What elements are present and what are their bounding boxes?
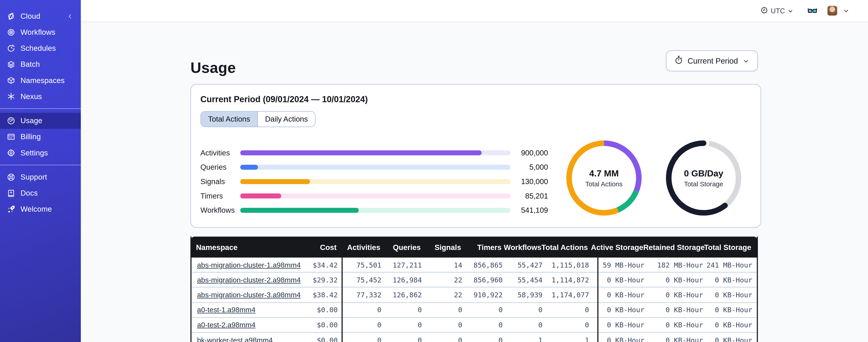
glasses-icon[interactable]	[808, 7, 817, 14]
cell-activities: 75,452	[338, 276, 381, 284]
table-row: a0-test-2.a98mm4$0.000000000 KB-Hour0 KB…	[192, 318, 757, 333]
sidebar-item-docs[interactable]: Docs	[0, 185, 81, 201]
cell-total_storage: 0 KB-Hour	[703, 291, 752, 299]
cell-total_actions: 1	[542, 336, 589, 342]
card-title: Current Period (09/01/2024 — 10/01/2024)	[200, 95, 368, 104]
namespace-link[interactable]: abs-migration-cluster-3.a98mm4	[197, 291, 301, 299]
cell-timers: 0	[462, 336, 503, 342]
total-storage-donut: 0 GB/Day Total Storage	[663, 138, 744, 218]
namespace-link[interactable]: a0-test-1.a98mm4	[197, 306, 255, 314]
cell-activities: 77,332	[338, 291, 381, 299]
docs-book-icon	[6, 189, 16, 198]
cell-total_actions: 1,174,077	[542, 291, 589, 299]
cell-workflows: 55,454	[503, 276, 542, 284]
billing-card-icon	[6, 132, 16, 141]
bar-label: Signals	[200, 177, 240, 186]
bar-row-activities: Activities 900,000	[200, 145, 548, 160]
usage-page: Usage Current Period Current Period (09/…	[81, 22, 868, 342]
tab-daily-actions[interactable]: Daily Actions	[257, 112, 315, 127]
cell-total_actions: 0	[542, 306, 589, 314]
schedule-clock-icon	[6, 44, 16, 53]
cell-queries: 126,984	[381, 276, 422, 284]
column-header-queries: Queries	[380, 243, 421, 251]
cell-timers: 856,960	[462, 276, 503, 284]
sidebar-item-batch[interactable]: Batch	[0, 57, 81, 72]
sidebar-item-label: Batch	[21, 60, 40, 69]
bar-row-queries: Queries 5,000	[200, 160, 548, 174]
cell-signals: 0	[422, 306, 462, 314]
sidebar-item-nexus[interactable]: Nexus	[0, 89, 81, 104]
cell-queries: 127,211	[381, 261, 422, 269]
sidebar-item-billing[interactable]: Billing	[0, 129, 81, 145]
column-group-divider	[342, 258, 343, 342]
cell-retained_storage: 0 KB-Hour	[644, 276, 703, 284]
page-title: Usage	[190, 60, 236, 77]
bar-row-timers: Timers 85,201	[200, 189, 548, 203]
namespace-link[interactable]: a0-test-2.a98mm4	[197, 321, 255, 329]
bar-track	[240, 150, 510, 155]
account-menu-chevron-down-icon[interactable]	[843, 8, 849, 14]
cell-signals: 22	[422, 291, 462, 299]
bar-row-workflows: Workflows 541,109	[200, 203, 548, 218]
sidebar-item-schedules[interactable]: Schedules	[0, 40, 81, 57]
cell-workflows: 58,939	[503, 291, 542, 299]
total-storage-label: Total Storage	[684, 180, 723, 188]
column-header-total-storage: Total Storage	[702, 243, 751, 251]
cell-retained_storage: 0 KB-Hour	[644, 321, 703, 329]
cell-signals: 0	[422, 336, 462, 342]
planet-icon	[6, 12, 16, 21]
tab-total-actions[interactable]: Total Actions	[201, 112, 257, 127]
period-selector-button[interactable]: Current Period	[666, 50, 758, 71]
column-header-cost: Cost	[290, 243, 337, 251]
sidebar-item-label: Cloud	[21, 12, 40, 21]
cell-queries: 0	[381, 306, 422, 314]
sidebar-divider	[0, 108, 81, 109]
sidebar-item-label: Workflows	[21, 28, 55, 37]
sidebar-item-settings[interactable]: Settings	[0, 145, 81, 161]
timezone-selector[interactable]: UTC	[761, 6, 793, 15]
bar-value: 85,201	[510, 192, 548, 200]
batch-layers-icon	[6, 60, 16, 69]
namespace-link[interactable]: abs-migration-cluster-2.a98mm4	[197, 276, 301, 284]
bar-fill	[240, 194, 281, 199]
cell-cost: $34.42	[291, 261, 338, 269]
sidebar-item-workflows[interactable]: Workflows	[0, 24, 81, 40]
sidebar-item-support[interactable]: Support	[0, 169, 81, 185]
support-lifebuoy-icon	[6, 173, 16, 181]
column-header-active-storage: Active Storage	[588, 243, 643, 251]
column-header-namespace: Namespace	[190, 243, 290, 251]
sidebar-item-welcome[interactable]: Welcome	[0, 201, 81, 217]
cell-signals: 14	[422, 261, 462, 269]
cell-workflows: 0	[503, 306, 542, 314]
column-header-timers: Timers	[461, 243, 501, 251]
cell-retained_storage: 182 MB-Hour	[644, 261, 703, 269]
sidebar-item-label: Usage	[21, 116, 42, 125]
sidebar-item-usage[interactable]: Usage	[0, 113, 81, 129]
collapse-chevron-icon[interactable]	[65, 12, 74, 21]
total-actions-value: 4.7 MM	[589, 168, 619, 178]
bar-row-signals: Signals 130,000	[200, 174, 548, 189]
cell-total_storage: 0 KB-Hour	[703, 336, 752, 342]
sidebar-item-label: Schedules	[21, 44, 56, 53]
total-actions-label: Total Actions	[585, 180, 623, 188]
app-viewport: Cloud Workflows Schedules Batch Namespac…	[0, 0, 868, 342]
column-header-activities: Activities	[337, 243, 380, 251]
actions-view-toggle: Total Actions Daily Actions	[200, 111, 316, 127]
column-header-workflows: Workflows	[501, 243, 541, 251]
cell-queries: 0	[381, 321, 422, 329]
cell-cost: $0.00	[291, 336, 338, 342]
avatar[interactable]	[827, 6, 838, 16]
cell-cost: $0.00	[291, 306, 338, 314]
namespace-link[interactable]: abs-migration-cluster-1.a98mm4	[197, 261, 301, 269]
sidebar-item-namespaces[interactable]: Namespaces	[0, 72, 81, 89]
bar-track	[240, 179, 510, 184]
bar-fill	[240, 165, 258, 170]
cell-cost: $29.32	[291, 276, 338, 284]
sidebar-item-label: Settings	[21, 149, 48, 157]
cell-retained_storage: 0 KB-Hour	[644, 336, 703, 342]
namespace-link[interactable]: bk-worker-test.a98mm4	[197, 336, 273, 342]
cell-queries: 126,862	[381, 291, 422, 299]
timezone-label: UTC	[771, 7, 785, 15]
settings-gear-icon	[6, 148, 16, 157]
sidebar-item-cloud[interactable]: Cloud	[0, 8, 81, 24]
